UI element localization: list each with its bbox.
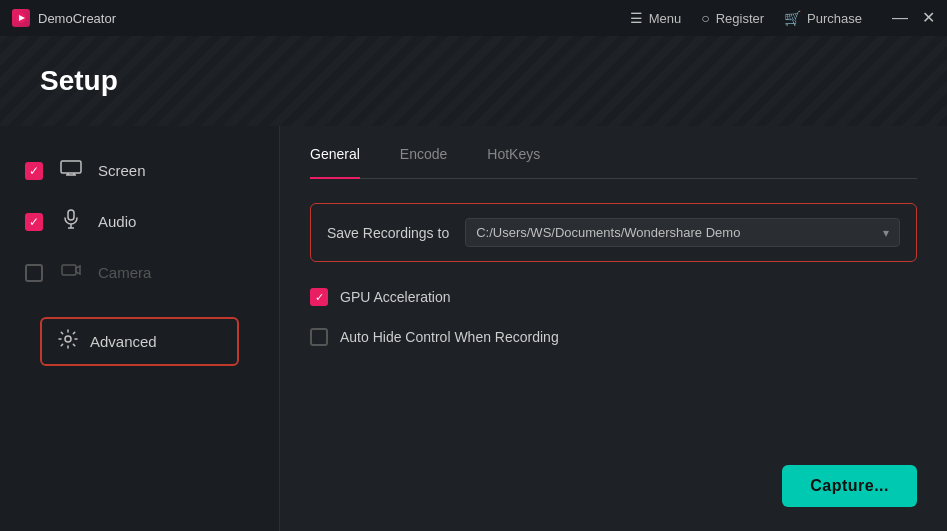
menu-icon: ☰	[630, 10, 643, 26]
register-action[interactable]: ○ Register	[701, 10, 764, 26]
svg-rect-2	[61, 161, 81, 173]
gpu-acceleration-label: GPU Acceleration	[340, 289, 451, 305]
svg-point-11	[65, 336, 71, 342]
svg-marker-10	[76, 266, 80, 274]
title-bar: DemoCreator ☰ Menu ○ Register 🛒 Purchase…	[0, 0, 947, 36]
page-title: Setup	[40, 65, 118, 97]
title-bar-left: DemoCreator	[12, 9, 116, 27]
tab-hotkeys[interactable]: HotKeys	[487, 146, 540, 168]
auto-hide-checkbox[interactable]	[310, 328, 328, 346]
audio-icon	[60, 209, 82, 234]
purchase-action[interactable]: 🛒 Purchase	[784, 10, 862, 26]
tab-encode[interactable]: Encode	[400, 146, 447, 168]
window-controls: — ✕	[892, 10, 935, 26]
register-label: Register	[716, 11, 764, 26]
menu-action[interactable]: ☰ Menu	[630, 10, 682, 26]
app-name: DemoCreator	[38, 11, 116, 26]
tab-general[interactable]: General	[310, 146, 360, 168]
cart-icon: 🛒	[784, 10, 801, 26]
close-button[interactable]: ✕	[922, 10, 935, 26]
content-area: General Encode HotKeys Save Recordings t…	[280, 126, 947, 531]
gpu-acceleration-row[interactable]: ✓ GPU Acceleration	[310, 280, 917, 314]
save-path-dropdown[interactable]: C:/Users/WS/Documents/Wondershare Demo ▾	[465, 218, 900, 247]
screen-icon	[60, 160, 82, 181]
camera-icon	[60, 262, 82, 283]
audio-label: Audio	[98, 213, 136, 230]
sidebar: ✓ Screen ✓	[0, 126, 280, 531]
sidebar-item-camera[interactable]: Camera	[0, 248, 279, 297]
screen-label: Screen	[98, 162, 146, 179]
save-recordings-row: Save Recordings to C:/Users/WS/Documents…	[310, 203, 917, 262]
audio-checkbox-checked: ✓	[25, 213, 43, 231]
dropdown-arrow-icon: ▾	[883, 226, 889, 240]
camera-checkbox[interactable]	[24, 263, 44, 283]
screen-checkbox-checked: ✓	[25, 162, 43, 180]
audio-checkbox[interactable]: ✓	[24, 212, 44, 232]
gpu-checkbox[interactable]: ✓	[310, 288, 328, 306]
header-area: Setup	[0, 36, 947, 126]
camera-checkbox-unchecked	[25, 264, 43, 282]
gear-icon	[58, 329, 78, 354]
purchase-label: Purchase	[807, 11, 862, 26]
screen-checkbox[interactable]: ✓	[24, 161, 44, 181]
app-logo	[12, 9, 30, 27]
svg-rect-9	[62, 265, 76, 275]
auto-hide-label: Auto Hide Control When Recording	[340, 329, 559, 345]
minimize-button[interactable]: —	[892, 10, 908, 26]
title-bar-right: ☰ Menu ○ Register 🛒 Purchase — ✕	[630, 10, 935, 26]
save-recordings-label: Save Recordings to	[327, 225, 449, 241]
register-icon: ○	[701, 10, 709, 26]
save-path-text: C:/Users/WS/Documents/Wondershare Demo	[476, 225, 740, 240]
advanced-label: Advanced	[90, 333, 157, 350]
capture-button[interactable]: Capture...	[782, 465, 917, 507]
menu-label: Menu	[649, 11, 682, 26]
tabs: General Encode HotKeys	[310, 146, 917, 179]
svg-rect-6	[68, 210, 74, 220]
sidebar-item-screen[interactable]: ✓ Screen	[0, 146, 279, 195]
sidebar-item-audio[interactable]: ✓ Audio	[0, 195, 279, 248]
advanced-button[interactable]: Advanced	[40, 317, 239, 366]
auto-hide-row[interactable]: Auto Hide Control When Recording	[310, 320, 917, 354]
main-layout: ✓ Screen ✓	[0, 126, 947, 531]
camera-label: Camera	[98, 264, 151, 281]
